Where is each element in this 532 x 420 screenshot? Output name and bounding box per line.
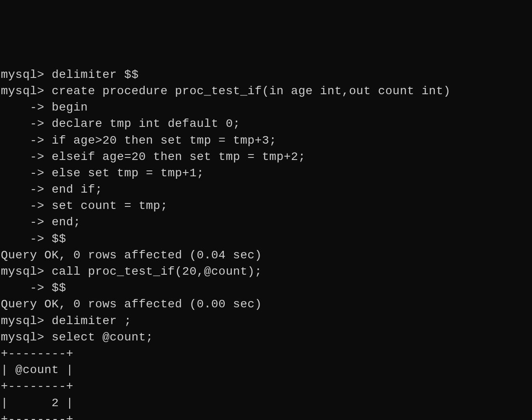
- terminal-line: Query OK, 0 rows affected (0.00 sec): [1, 296, 531, 312]
- terminal-line: -> declare tmp int default 0;: [1, 116, 531, 132]
- terminal-line: | @count |: [1, 362, 531, 378]
- prompt: mysql>: [1, 331, 52, 344]
- terminal-line: +--------+: [1, 411, 531, 420]
- terminal-line: -> $$: [1, 280, 531, 296]
- terminal-line: -> end;: [1, 214, 531, 230]
- line-text: +--------+: [1, 347, 73, 360]
- terminal-line: -> else set tmp = tmp+1;: [1, 165, 531, 181]
- line-text: $$: [52, 232, 66, 245]
- prompt: ->: [1, 101, 52, 114]
- prompt: mysql>: [1, 68, 52, 81]
- terminal-line: -> begin: [1, 99, 531, 116]
- terminal-line: | 2 |: [1, 395, 531, 411]
- line-text: end if;: [52, 183, 102, 196]
- line-text: $$: [52, 281, 66, 294]
- line-text: +--------+: [1, 413, 73, 420]
- line-text: Query OK, 0 rows affected (0.04 sec): [1, 249, 262, 262]
- prompt: ->: [1, 150, 52, 163]
- prompt: ->: [1, 199, 52, 212]
- terminal-line: mysql> select @count;: [1, 329, 531, 345]
- line-text: Query OK, 0 rows affected (0.00 sec): [1, 298, 262, 311]
- line-text: +--------+: [1, 380, 73, 393]
- line-text: set count = tmp;: [52, 199, 168, 212]
- prompt: ->: [1, 183, 52, 196]
- line-text: call proc_test_if(20,@count);: [52, 265, 262, 278]
- prompt: mysql>: [1, 85, 52, 98]
- terminal-line: mysql> call proc_test_if(20,@count);: [1, 263, 531, 280]
- line-text: declare tmp int default 0;: [52, 117, 240, 130]
- line-text: end;: [52, 216, 80, 229]
- terminal-line: mysql> delimiter ;: [1, 313, 531, 329]
- line-text: delimiter $$: [52, 68, 139, 81]
- prompt: ->: [1, 216, 52, 229]
- prompt: ->: [1, 134, 52, 147]
- line-text: if age>20 then set tmp = tmp+3;: [52, 134, 276, 147]
- terminal-line: -> set count = tmp;: [1, 198, 531, 214]
- terminal-line: +--------+: [1, 378, 531, 394]
- prompt: ->: [1, 232, 52, 245]
- line-text: | @count |: [1, 363, 73, 376]
- line-text: | 2 |: [1, 397, 73, 410]
- line-text: select @count;: [52, 331, 153, 344]
- prompt: ->: [1, 167, 52, 180]
- terminal-line: -> elseif age=20 then set tmp = tmp+2;: [1, 149, 531, 165]
- prompt: mysql>: [1, 265, 52, 278]
- line-text: create procedure proc_test_if(in age int…: [52, 85, 451, 98]
- terminal-line: -> end if;: [1, 181, 531, 198]
- terminal-line: +--------+: [1, 345, 531, 362]
- line-text: delimiter ;: [52, 314, 131, 327]
- prompt: mysql>: [1, 314, 52, 327]
- prompt: ->: [1, 117, 52, 130]
- prompt: ->: [1, 281, 52, 294]
- line-text: begin: [52, 101, 88, 114]
- line-text: elseif age=20 then set tmp = tmp+2;: [52, 150, 306, 163]
- terminal-line: -> if age>20 then set tmp = tmp+3;: [1, 132, 531, 149]
- terminal-line: mysql> create procedure proc_test_if(in …: [1, 83, 531, 99]
- line-text: else set tmp = tmp+1;: [52, 167, 204, 180]
- terminal-line: Query OK, 0 rows affected (0.04 sec): [1, 247, 531, 263]
- terminal-line: mysql> delimiter $$: [1, 67, 531, 83]
- terminal-line: -> $$: [1, 231, 531, 247]
- terminal-output[interactable]: mysql> delimiter $$mysql> create procedu…: [1, 67, 531, 420]
